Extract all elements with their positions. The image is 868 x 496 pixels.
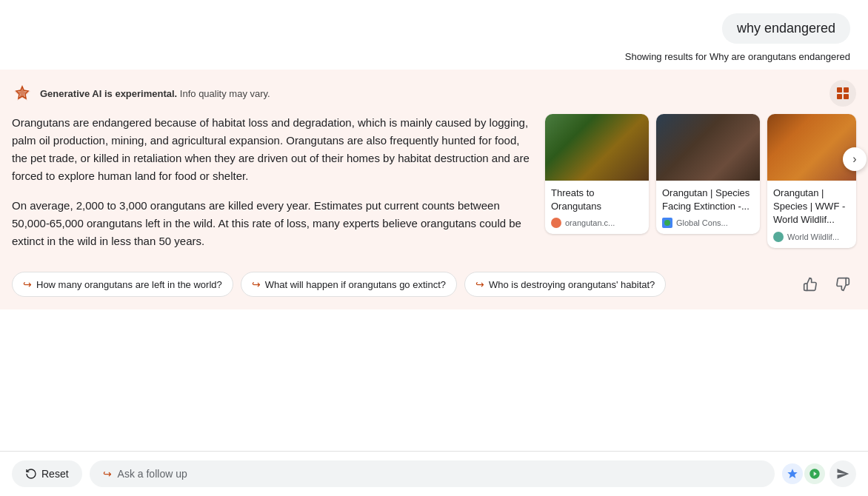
reset-label: Reset bbox=[41, 468, 69, 480]
followup-input[interactable]: ↪ Ask a follow up bbox=[90, 460, 775, 487]
ai-paragraph-1: Orangutans are endangered because of hab… bbox=[12, 114, 533, 185]
svg-rect-3 bbox=[844, 94, 849, 99]
send-button[interactable] bbox=[829, 460, 856, 487]
followup-chip-2[interactable]: ↪ What will happen if orangutans go exti… bbox=[241, 272, 457, 297]
bottom-right-icons bbox=[782, 460, 856, 487]
reset-button[interactable]: Reset bbox=[12, 460, 82, 487]
reset-icon bbox=[25, 468, 37, 480]
ai-label: Generative AI is experimental. Info qual… bbox=[40, 88, 270, 99]
card-3-favicon bbox=[773, 232, 784, 242]
ai-card: Generative AI is experimental. Info qual… bbox=[0, 70, 868, 309]
gemini-icon-2[interactable] bbox=[804, 463, 825, 484]
followup-chips-row: ↪ How many orangutans are left in the wo… bbox=[0, 262, 868, 309]
card-1-title: Threats to Orangutans bbox=[551, 187, 643, 213]
card-3-source: World Wildlif... bbox=[773, 232, 850, 242]
gemini-icon-1[interactable] bbox=[782, 463, 803, 484]
ai-text: Orangutans are endangered because of hab… bbox=[12, 114, 533, 250]
image-card-3[interactable]: Orangutan | Species | WWF - World Wildli… bbox=[767, 114, 856, 248]
gemini-icons bbox=[782, 463, 825, 484]
showing-results: Showing results for Why are orangutans e… bbox=[0, 51, 868, 70]
thumbs-down-button[interactable] bbox=[829, 271, 856, 298]
svg-rect-2 bbox=[837, 94, 842, 99]
top-bar: why endangered bbox=[0, 0, 868, 51]
card-1-source: orangutan.c... bbox=[551, 218, 643, 228]
card-3-title: Orangutan | Species | WWF - World Wildli… bbox=[773, 187, 850, 227]
card-2-title: Orangutan | Species Facing Extinction -.… bbox=[662, 187, 754, 213]
svg-rect-0 bbox=[837, 87, 842, 93]
image-card-2[interactable]: Orangutan | Species Facing Extinction -.… bbox=[656, 114, 760, 234]
chip-1-label: How many orangutans are left in the worl… bbox=[36, 279, 222, 290]
thumbs-up-button[interactable] bbox=[797, 271, 824, 298]
ai-header: Generative AI is experimental. Info qual… bbox=[0, 70, 868, 114]
ai-header-left: Generative AI is experimental. Info qual… bbox=[12, 83, 270, 104]
feedback-row bbox=[797, 271, 856, 298]
followup-chip-3[interactable]: ↪ Who is destroying orangutans' habitat? bbox=[464, 272, 666, 297]
card-1-body: Threats to Orangutans orangutan.c... bbox=[545, 181, 649, 234]
card-3-body: Orangutan | Species | WWF - World Wildli… bbox=[767, 181, 856, 248]
svg-rect-1 bbox=[844, 87, 849, 93]
ai-paragraph-2: On average, 2,000 to 3,000 orangutans ar… bbox=[12, 197, 533, 250]
image-card-1[interactable]: Threats to Orangutans orangutan.c... bbox=[545, 114, 649, 234]
followup-input-icon: ↪ bbox=[103, 468, 112, 480]
ai-content: Orangutans are endangered because of hab… bbox=[0, 114, 868, 262]
chip-3-icon: ↪ bbox=[475, 278, 484, 290]
chip-1-icon: ↪ bbox=[23, 278, 32, 290]
bottom-bar: Reset ↪ Ask a follow up bbox=[0, 451, 868, 496]
followup-chip-1[interactable]: ↪ How many orangutans are left in the wo… bbox=[12, 272, 233, 297]
chip-2-label: What will happen if orangutans go extinc… bbox=[265, 279, 446, 290]
layout-toggle-button[interactable] bbox=[829, 80, 856, 107]
ai-gem-icon bbox=[12, 83, 33, 104]
card-2-source: Global Cons... bbox=[662, 218, 754, 228]
followup-placeholder: Ask a follow up bbox=[118, 468, 187, 480]
card-2-favicon bbox=[662, 218, 672, 228]
search-chip[interactable]: why endangered bbox=[722, 13, 850, 44]
card-1-favicon bbox=[551, 218, 561, 228]
image-cards-container: Threats to Orangutans orangutan.c... Ora… bbox=[545, 114, 856, 250]
chip-3-label: Who is destroying orangutans' habitat? bbox=[489, 279, 655, 290]
card-2-body: Orangutan | Species Facing Extinction -.… bbox=[656, 181, 760, 234]
carousel-next-button[interactable]: › bbox=[843, 147, 867, 171]
chip-2-icon: ↪ bbox=[252, 278, 261, 290]
